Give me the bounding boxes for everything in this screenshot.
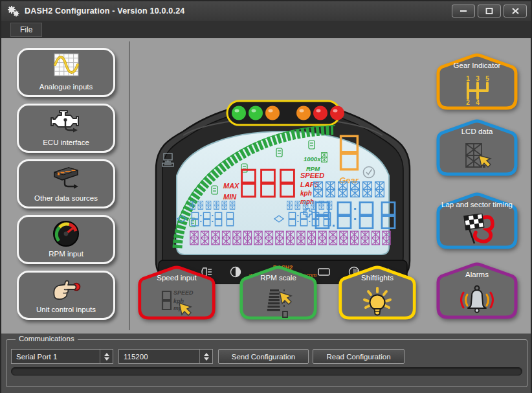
updown-arrows-icon[interactable] bbox=[100, 350, 113, 363]
minimize-icon bbox=[460, 8, 467, 14]
svg-text:Gear: Gear bbox=[339, 175, 359, 185]
rpm-gauge-icon bbox=[19, 220, 113, 247]
updown-arrows-icon[interactable] bbox=[199, 350, 212, 363]
window-title: DASH2 Configuration - Version 10.0.0.24 bbox=[25, 6, 452, 16]
gear-indicator-button[interactable]: Gear Indicator 13524 bbox=[435, 53, 519, 111]
rpm-scale-button[interactable]: RPM scale bbox=[238, 265, 318, 324]
svg-text:SPEED: SPEED bbox=[300, 172, 324, 179]
baud-rate-value: 115200 bbox=[124, 353, 148, 361]
led-4 bbox=[296, 106, 311, 120]
alarm-bell-icon bbox=[435, 282, 519, 317]
read-configuration-button[interactable]: Read Configuration bbox=[313, 349, 405, 364]
lcd-data-button[interactable]: LCD data bbox=[435, 119, 519, 177]
sidebar-item-unit-control-inputs[interactable]: Unit control inputs bbox=[17, 271, 115, 320]
speed-display-cursor-icon: SPEEDkphmph bbox=[137, 285, 217, 320]
gear-shift-pattern-icon: 13524 bbox=[435, 73, 519, 107]
serial-port-value: Serial Port 1 bbox=[16, 353, 57, 361]
sidebar-item-rpm-input[interactable]: RPM input bbox=[17, 215, 115, 264]
sidebar-item-other-data-sources[interactable]: Other data sources bbox=[17, 159, 115, 208]
hand-press-button-icon bbox=[19, 276, 113, 303]
svg-text:kph: kph bbox=[173, 298, 184, 304]
baud-rate-select[interactable]: 115200 bbox=[118, 349, 213, 364]
menu-file[interactable]: File bbox=[10, 23, 42, 37]
svg-text:1: 1 bbox=[466, 75, 470, 82]
sidebar-item-ecu-interface[interactable]: ECU interface bbox=[17, 104, 115, 153]
led-6 bbox=[330, 106, 344, 120]
close-icon bbox=[512, 8, 519, 14]
svg-text:5: 5 bbox=[485, 75, 489, 82]
led-5 bbox=[313, 106, 327, 120]
minimize-button[interactable] bbox=[452, 5, 475, 17]
close-button[interactable] bbox=[504, 5, 527, 17]
rpm-bar-scale-cursor-icon bbox=[238, 285, 318, 320]
svg-text:MAX: MAX bbox=[223, 182, 239, 190]
gears-icon bbox=[6, 5, 21, 17]
title-bar: DASH2 Configuration - Version 10.0.0.24 bbox=[1, 1, 531, 21]
svg-text:2: 2 bbox=[466, 99, 470, 105]
lap-and-sector-timing-button[interactable]: Lap and sector timing bbox=[435, 192, 519, 251]
svg-text:SPEED: SPEED bbox=[173, 289, 194, 296]
svg-text:MIN: MIN bbox=[223, 193, 237, 201]
transfer-progress-bar bbox=[11, 367, 522, 376]
led-3 bbox=[265, 106, 280, 120]
sine-wave-grid-icon bbox=[19, 53, 113, 79]
svg-text:1000x: 1000x bbox=[304, 155, 321, 163]
sidebar-item-label: Other data sources bbox=[34, 194, 98, 202]
send-configuration-button[interactable]: Send Configuration bbox=[218, 349, 309, 364]
sidebar-divider bbox=[129, 41, 130, 330]
speed-input-button[interactable]: Speed input SPEEDkphmph bbox=[137, 265, 217, 324]
communications-panel: Communications Serial Port 1 115200 Send… bbox=[1, 333, 531, 393]
menu-bar: File bbox=[1, 21, 531, 38]
communications-label: Communications bbox=[16, 335, 78, 342]
sidebar-item-label: RPM input bbox=[49, 250, 83, 258]
shiftlights-button[interactable]: Shiftlights bbox=[337, 265, 417, 324]
data-logger-icon bbox=[19, 164, 113, 192]
dash2-device-preview: 1000x RPM Gear MAX MIN SPEED bbox=[140, 85, 425, 296]
chequered-flag-track-icon bbox=[435, 212, 519, 247]
maximize-button[interactable] bbox=[478, 5, 501, 17]
alarms-button[interactable]: Alarms bbox=[435, 262, 519, 320]
maximize-icon bbox=[485, 8, 493, 14]
main-area: Analogue inputs ECU interface Other data… bbox=[1, 38, 531, 333]
app-window: DASH2 Configuration - Version 10.0.0.24 … bbox=[0, 0, 532, 393]
engine-icon bbox=[19, 109, 113, 136]
svg-text:4: 4 bbox=[476, 99, 480, 105]
sidebar-item-label: Unit control inputs bbox=[36, 306, 96, 313]
serial-port-select[interactable]: Serial Port 1 bbox=[11, 349, 113, 364]
sidebar-item-label: Analogue inputs bbox=[39, 83, 93, 91]
svg-text:kph: kph bbox=[300, 190, 312, 197]
led-2 bbox=[249, 106, 263, 120]
light-bulb-icon bbox=[337, 285, 417, 320]
led-1 bbox=[232, 106, 246, 120]
shiftlight-led-strip bbox=[227, 101, 344, 125]
svg-text:3: 3 bbox=[476, 75, 480, 82]
communications-groupbox: Communications Serial Port 1 115200 Send… bbox=[6, 339, 527, 387]
sidebar-item-analogue-inputs[interactable]: Analogue inputs bbox=[17, 48, 115, 97]
lcd-segment-cursor-icon bbox=[435, 139, 519, 174]
sidebar-item-label: ECU interface bbox=[43, 139, 89, 146]
